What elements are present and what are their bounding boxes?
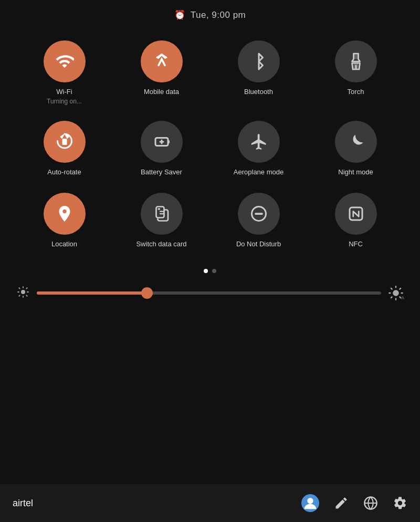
tile-mobile-data[interactable]: Mobile data xyxy=(113,31,210,111)
tile-nfc[interactable]: NFC xyxy=(307,183,404,255)
brightness-slider[interactable] xyxy=(37,291,381,295)
tile-aeroplane[interactable]: Aeroplane mode xyxy=(210,111,307,183)
brightness-thumb[interactable] xyxy=(141,287,153,299)
globe-icon-button[interactable] xyxy=(363,496,378,510)
tile-mobile-data-circle xyxy=(141,40,183,82)
brightness-fill xyxy=(37,291,147,295)
pagination-dot-1[interactable] xyxy=(204,269,208,273)
tile-dnd-label: Do Not Disturb xyxy=(236,240,281,249)
user-icon-button[interactable] xyxy=(301,494,319,512)
tile-switch-data-label: Switch data card xyxy=(136,240,186,249)
tile-location-circle xyxy=(44,193,86,235)
settings-icon-button[interactable] xyxy=(393,496,407,510)
tile-auto-rotate[interactable]: Auto-rotate xyxy=(16,111,113,183)
tile-switch-data-circle xyxy=(141,193,183,235)
tile-auto-rotate-circle xyxy=(44,121,86,163)
tile-battery-saver-label: Battery Saver xyxy=(141,168,182,177)
tile-mobile-data-label: Mobile data xyxy=(144,88,179,97)
tile-night-mode-circle xyxy=(335,121,377,163)
tile-torch[interactable]: Torch xyxy=(307,31,404,111)
settings-icon xyxy=(393,496,407,510)
status-bar: ⏰ Tue, 9:00 pm xyxy=(0,0,420,26)
svg-point-9 xyxy=(21,290,25,294)
alarm-icon: ⏰ xyxy=(174,9,185,20)
tile-night-mode[interactable]: Night mode xyxy=(307,111,404,183)
tile-torch-label: Torch xyxy=(348,88,364,97)
bottom-icons xyxy=(301,494,407,512)
tile-bluetooth-circle xyxy=(238,40,280,82)
aeroplane-icon xyxy=(249,132,268,151)
tile-night-mode-label: Night mode xyxy=(338,168,373,177)
wifi-icon xyxy=(55,52,74,71)
tile-auto-rotate-label: Auto-rotate xyxy=(47,168,81,177)
brightness-bar: A xyxy=(0,277,420,309)
tile-wifi[interactable]: Wi-Fi Turning on... xyxy=(16,31,113,111)
brightness-low-icon xyxy=(17,286,29,301)
pagination xyxy=(0,269,420,273)
tile-bluetooth[interactable]: Bluetooth xyxy=(210,31,307,111)
tile-aeroplane-circle xyxy=(238,121,280,163)
tile-dnd[interactable]: Do Not Disturb xyxy=(210,183,307,255)
svg-rect-6 xyxy=(158,208,160,210)
tile-nfc-label: NFC xyxy=(349,240,363,249)
svg-rect-5 xyxy=(156,206,164,217)
tile-battery-saver-circle xyxy=(141,121,183,163)
tile-nfc-circle xyxy=(335,193,377,235)
brightness-high-wrap: A xyxy=(388,286,403,300)
mobile-data-icon xyxy=(152,52,171,71)
night-mode-icon xyxy=(346,132,365,151)
svg-rect-1 xyxy=(353,54,358,59)
edit-icon-button[interactable] xyxy=(334,496,349,510)
tile-torch-circle xyxy=(335,40,377,82)
location-icon xyxy=(55,204,74,223)
edit-icon xyxy=(334,496,349,510)
tile-location-label: Location xyxy=(51,240,77,249)
dnd-icon xyxy=(249,204,268,223)
bottom-bar: airtel xyxy=(0,484,420,522)
svg-point-12 xyxy=(307,498,313,504)
tile-dnd-circle xyxy=(238,193,280,235)
tile-aeroplane-label: Aeroplane mode xyxy=(234,168,284,177)
svg-point-10 xyxy=(393,290,399,296)
tile-location[interactable]: Location xyxy=(16,183,113,255)
battery-saver-icon xyxy=(152,132,171,151)
status-time: Tue, 9:00 pm xyxy=(191,10,246,20)
switch-data-icon xyxy=(152,204,171,223)
quick-tiles-grid: Wi-Fi Turning on... Mobile data Bluetoot… xyxy=(0,26,420,260)
tile-switch-data[interactable]: Switch data card xyxy=(113,183,210,255)
nfc-icon xyxy=(346,204,365,223)
carrier-label: airtel xyxy=(13,498,301,509)
torch-icon xyxy=(346,52,365,71)
tile-bluetooth-label: Bluetooth xyxy=(244,88,273,97)
svg-rect-2 xyxy=(62,139,67,145)
globe-icon xyxy=(363,496,378,510)
bluetooth-icon xyxy=(249,52,268,71)
user-icon xyxy=(301,494,319,512)
svg-rect-4 xyxy=(168,140,170,143)
tile-battery-saver[interactable]: Battery Saver xyxy=(113,111,210,183)
tile-wifi-sublabel: Turning on... xyxy=(47,98,82,105)
tile-wifi-circle xyxy=(44,40,86,82)
auto-brightness-label: A xyxy=(401,295,404,300)
auto-rotate-icon xyxy=(55,132,74,151)
tile-wifi-label: Wi-Fi xyxy=(56,88,72,97)
pagination-dot-2[interactable] xyxy=(212,269,216,273)
